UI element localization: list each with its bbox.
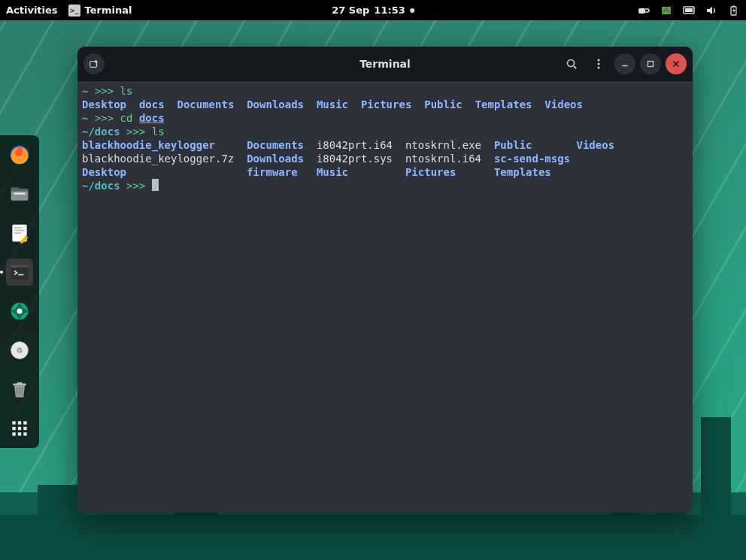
screen-icon xyxy=(683,5,695,16)
svg-rect-35 xyxy=(12,432,15,435)
svg-rect-26 xyxy=(17,387,18,395)
volume-icon xyxy=(705,5,717,16)
svg-point-40 xyxy=(597,59,599,61)
terminal-body[interactable]: ~ >>> ls Desktop docs Documents Download… xyxy=(77,81,693,513)
svg-rect-5 xyxy=(732,5,735,7)
dock-item-files[interactable] xyxy=(6,180,33,207)
menu-button[interactable] xyxy=(587,53,610,75)
svg-rect-29 xyxy=(12,421,15,424)
dock-item-trash[interactable] xyxy=(6,376,33,403)
dock-item-apps[interactable] xyxy=(6,415,33,442)
svg-rect-37 xyxy=(23,432,26,435)
dock-item-disc[interactable] xyxy=(6,337,33,364)
svg-point-23 xyxy=(19,350,21,352)
new-tab-icon xyxy=(89,59,99,69)
svg-rect-25 xyxy=(17,382,23,384)
maximize-icon xyxy=(645,59,656,69)
svg-point-19 xyxy=(17,309,23,314)
notification-dot-icon xyxy=(410,8,414,13)
svg-rect-14 xyxy=(14,232,21,234)
svg-rect-10 xyxy=(11,187,20,190)
network-icon xyxy=(660,5,672,16)
svg-rect-33 xyxy=(18,427,21,430)
dock xyxy=(0,135,39,448)
coffee-icon xyxy=(638,5,650,16)
window-titlebar[interactable]: Terminal xyxy=(77,47,693,81)
svg-rect-43 xyxy=(623,65,628,66)
svg-rect-30 xyxy=(18,421,21,424)
svg-point-42 xyxy=(597,66,599,68)
svg-rect-16 xyxy=(11,265,29,268)
svg-rect-31 xyxy=(23,421,26,424)
new-tab-button[interactable] xyxy=(83,53,105,74)
date-label: 27 Sep xyxy=(332,5,369,16)
svg-rect-9 xyxy=(14,192,26,195)
svg-rect-13 xyxy=(14,230,25,232)
active-app-indicator[interactable]: >_ Terminal xyxy=(68,5,132,17)
trash-icon xyxy=(9,379,30,400)
top-bar: Activities >_ Terminal 27 Sep 11:53 xyxy=(0,0,746,20)
terminal-app-icon: >_ xyxy=(68,5,80,17)
svg-point-39 xyxy=(568,59,575,66)
dock-item-screenshot[interactable] xyxy=(6,298,33,325)
disc-icon xyxy=(9,340,30,361)
text-editor-icon xyxy=(9,222,30,244)
active-app-label: Terminal xyxy=(85,5,132,16)
dock-item-terminal[interactable] xyxy=(6,259,33,286)
activities-button[interactable]: Activities xyxy=(6,5,58,16)
files-icon xyxy=(9,183,30,204)
firefox-icon xyxy=(9,144,30,165)
terminal-window: Terminal ~ >>> ls Desktop docs Documents… xyxy=(77,47,693,513)
system-tray[interactable] xyxy=(638,5,740,16)
minimize-button[interactable] xyxy=(614,53,635,74)
apps-grid-icon xyxy=(9,418,30,439)
terminal-icon xyxy=(9,262,30,283)
svg-rect-17 xyxy=(18,274,23,276)
svg-rect-28 xyxy=(22,387,23,395)
aperture-icon xyxy=(9,301,30,322)
search-button[interactable] xyxy=(560,53,583,75)
svg-rect-36 xyxy=(18,432,21,435)
time-label: 11:53 xyxy=(374,5,405,16)
dock-item-text-editor[interactable] xyxy=(6,219,33,247)
svg-rect-44 xyxy=(648,61,654,66)
dock-item-firefox[interactable] xyxy=(6,141,33,168)
clock[interactable]: 27 Sep 11:53 xyxy=(332,5,414,16)
search-icon xyxy=(566,58,578,70)
svg-rect-32 xyxy=(12,427,15,430)
svg-rect-12 xyxy=(14,227,23,229)
close-button[interactable] xyxy=(666,53,687,74)
maximize-button[interactable] xyxy=(640,53,661,74)
kebab-menu-icon xyxy=(593,58,605,70)
battery-icon xyxy=(728,5,740,16)
window-title: Terminal xyxy=(359,58,411,70)
minimize-icon xyxy=(620,59,630,69)
close-icon xyxy=(671,59,681,69)
svg-rect-34 xyxy=(23,427,26,430)
svg-rect-3 xyxy=(685,8,693,12)
svg-rect-27 xyxy=(19,387,20,395)
svg-point-41 xyxy=(597,62,599,65)
svg-rect-0 xyxy=(638,8,645,14)
